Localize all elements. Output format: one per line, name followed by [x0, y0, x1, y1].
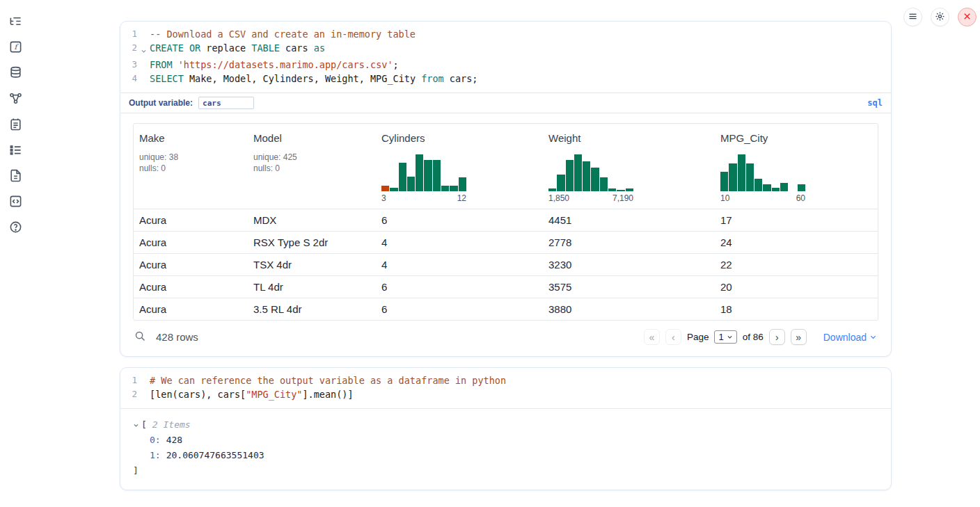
column-stat: unique: 38 — [139, 152, 242, 163]
sidebar-button-datasources[interactable] — [8, 67, 22, 81]
menu-button[interactable] — [903, 8, 922, 26]
sidebar-button-file-tree[interactable] — [8, 15, 22, 29]
histogram-bar[interactable] — [772, 188, 780, 191]
histogram-bar[interactable] — [754, 179, 762, 191]
table-row[interactable]: Acura3.5 RL 4dr6388018 — [134, 298, 878, 320]
search-button[interactable] — [134, 330, 146, 344]
line-number: 2 — [120, 387, 137, 401]
histogram-bars — [720, 154, 805, 191]
histogram-bar[interactable] — [798, 184, 805, 191]
column-histogram[interactable]: 312 — [381, 154, 466, 203]
sql-code-editor[interactable]: 1-- Download a CSV and create an in-memo… — [120, 22, 891, 92]
histogram-bar[interactable] — [608, 188, 616, 191]
histogram-bar[interactable] — [433, 160, 441, 191]
sidebar-button-documentation[interactable] — [8, 170, 22, 184]
output-variable-input[interactable] — [198, 97, 254, 109]
scratchpad-icon — [9, 118, 22, 133]
sql-cell: 1-- Download a CSV and create an in-memo… — [120, 21, 892, 357]
last-page-button[interactable]: » — [791, 329, 807, 345]
histogram-bar[interactable] — [729, 163, 736, 191]
chevron-left-icon: ‹ — [672, 332, 675, 342]
histogram-bar[interactable] — [591, 168, 599, 191]
column-histogram[interactable]: 1,8507,190 — [548, 154, 633, 203]
histogram-bar[interactable] — [583, 161, 590, 191]
table-cell: 3.5 RL 4dr — [248, 298, 376, 320]
histogram-bar[interactable] — [626, 188, 633, 191]
table-cell: Acura — [134, 232, 248, 253]
line-number: 2 — [120, 41, 137, 58]
download-button[interactable]: Download — [823, 332, 877, 343]
sidebar-button-scratchpad[interactable] — [8, 118, 22, 132]
table-body: AcuraMDX6445117AcuraRSX Type S 2dr427782… — [134, 209, 878, 320]
code-line[interactable]: 4SELECT Make, Model, Cylinders, Weight, … — [120, 72, 891, 86]
sidebar-button-snippets[interactable] — [8, 195, 22, 209]
line-number: 3 — [120, 58, 137, 72]
sidebar-button-function[interactable]: f — [8, 41, 22, 55]
file-tree-icon — [9, 15, 22, 30]
histogram-bar[interactable] — [459, 177, 466, 191]
table-cell: Acura — [134, 209, 248, 231]
sidebar-button-logs[interactable] — [8, 144, 22, 158]
python-code-editor[interactable]: 1# We can reference the output variable … — [120, 368, 891, 408]
histogram-bar[interactable] — [441, 186, 449, 191]
histogram-bar[interactable] — [450, 186, 457, 191]
open-bracket: [ — [141, 417, 147, 433]
chevron-right-icon: › — [775, 332, 779, 342]
first-page-button[interactable]: « — [644, 329, 660, 345]
next-page-button[interactable]: › — [769, 329, 785, 345]
previous-page-button[interactable]: ‹ — [665, 329, 681, 345]
histogram-bar[interactable] — [738, 154, 745, 191]
fold-chevron-icon[interactable] — [137, 41, 150, 58]
item-key: 0: — [150, 435, 161, 445]
column-stat: nulls: 0 — [253, 163, 370, 174]
code-line[interactable]: 2CREATE OR replace TABLE cars as — [120, 41, 891, 58]
histogram-bar[interactable] — [399, 163, 406, 191]
histogram-bar[interactable] — [548, 188, 556, 191]
output-variable-label: Output variable: — [129, 98, 193, 108]
table-cell: 17 — [715, 209, 878, 231]
histogram-bar[interactable] — [416, 154, 423, 191]
collapse-chevron-icon[interactable] — [133, 422, 141, 428]
code-line[interactable]: 3FROM 'https://datasets.marimo.app/cars.… — [120, 58, 891, 72]
close-icon — [962, 11, 972, 24]
sidebar-button-dependency-graph[interactable] — [8, 92, 22, 106]
histogram-bar[interactable] — [557, 175, 564, 191]
column-header[interactable]: Modelunique: 425nulls: 0 — [248, 124, 376, 209]
column-histogram[interactable]: 1060 — [720, 154, 805, 203]
column-stats: unique: 38nulls: 0 — [139, 152, 242, 174]
histogram-bar[interactable] — [424, 160, 432, 191]
histogram-bar[interactable] — [720, 172, 728, 191]
line-number: 4 — [120, 72, 137, 86]
code-line[interactable]: 1-- Download a CSV and create an in-memo… — [120, 27, 891, 41]
table-row[interactable]: AcuraMDX6445117 — [134, 209, 878, 231]
histogram-bar[interactable] — [617, 190, 624, 191]
page-select[interactable]: 1 — [714, 330, 736, 344]
table-row[interactable]: AcuraTL 4dr6357520 — [134, 275, 878, 298]
histogram-bar[interactable] — [574, 154, 582, 191]
code-text: SELECT Make, Model, Cylinders, Weight, M… — [150, 72, 477, 86]
table-header-row: Makeunique: 38nulls: 0Modelunique: 425nu… — [134, 124, 878, 209]
documentation-icon — [9, 169, 22, 184]
histogram-bar[interactable] — [780, 183, 788, 191]
histogram-bar[interactable] — [381, 186, 389, 191]
table-row[interactable]: AcuraRSX Type S 2dr4277824 — [134, 231, 878, 253]
code-line[interactable]: 2[len(cars), cars["MPG_City"].mean()] — [120, 387, 891, 401]
histogram-bar[interactable] — [566, 160, 574, 191]
column-header[interactable]: Weight1,8507,190 — [543, 124, 715, 209]
histogram-bar[interactable] — [746, 163, 754, 191]
histogram-bar[interactable] — [407, 177, 415, 191]
column-label: Make — [139, 132, 242, 144]
shutdown-button[interactable] — [958, 8, 977, 26]
sidebar-button-help[interactable] — [8, 221, 22, 235]
column-header[interactable]: MPG_City1060 — [715, 124, 878, 209]
column-header[interactable]: Makeunique: 38nulls: 0 — [134, 124, 248, 209]
histogram-bar[interactable] — [390, 188, 397, 191]
histogram-bar[interactable] — [763, 184, 770, 191]
histogram-axis: 312 — [381, 193, 466, 203]
settings-button[interactable] — [931, 8, 949, 26]
code-line[interactable]: 1# We can reference the output variable … — [120, 373, 891, 387]
table-row[interactable]: AcuraTSX 4dr4323022 — [134, 253, 878, 275]
gutter-spacer — [137, 58, 150, 72]
histogram-bar[interactable] — [600, 177, 608, 191]
column-header[interactable]: Cylinders312 — [376, 124, 543, 209]
